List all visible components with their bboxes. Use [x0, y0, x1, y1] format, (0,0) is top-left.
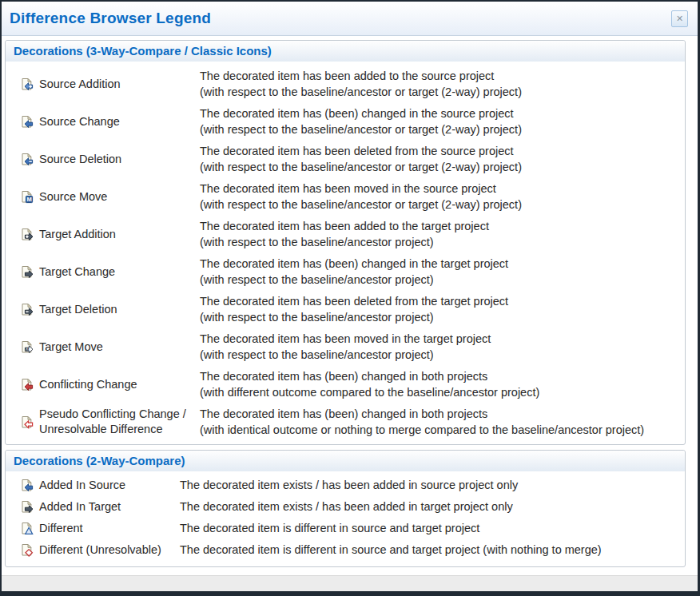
row-label-line-1: Pseudo Conflicting Change / — [39, 407, 186, 422]
dialog-content: Decorations (3-Way-Compare / Classic Ico… — [2, 36, 698, 575]
close-icon: ✕ — [676, 14, 683, 23]
row-label: Added In Source — [39, 479, 125, 491]
section-2way-compare: Decorations (2-Way-Compare) Added In Sou… — [5, 450, 686, 567]
section-3way-compare: Decorations (3-Way-Compare / Classic Ico… — [5, 40, 686, 445]
description-line-2: (with respect to the baseline/ancestor o… — [200, 84, 680, 100]
row-description: The decorated item has been added to the… — [200, 218, 680, 250]
row-description: The decorated item has been added to the… — [200, 68, 680, 100]
description-line-2: (with identical outcome or nothing to me… — [200, 422, 680, 438]
description-line-1: The decorated item has (been) changed in… — [200, 368, 680, 384]
dialog-titlebar: Difference Browser Legend ✕ — [2, 2, 698, 36]
row-label: Source Change — [39, 115, 120, 128]
target-deletion-icon — [20, 303, 34, 316]
row-label: Target Addition — [39, 228, 116, 240]
row-description: The decorated item has been deleted from… — [200, 143, 680, 175]
source-move-icon: M — [20, 190, 34, 204]
row-label-cell: M Source Move — [20, 190, 200, 204]
row-label: Source Move — [39, 190, 107, 203]
description-line-2: (with respect to the baseline/ancestor p… — [200, 309, 680, 325]
row-description: The decorated item exists / has been add… — [180, 477, 680, 493]
row-label: Pseudo Conflicting Change / Unresolvable… — [39, 407, 186, 437]
section-2way-body: Added In Source The decorated item exist… — [6, 471, 685, 566]
target-addition-icon — [20, 228, 34, 241]
description-line-1: The decorated item has been deleted from… — [200, 293, 680, 309]
source-deletion-icon — [20, 153, 34, 166]
description-line-1: The decorated item has been moved in the… — [200, 181, 680, 197]
legend-row-target-move: M Target Move The decorated item has bee… — [20, 331, 680, 363]
description-line-1: The decorated item has been moved in the… — [200, 331, 680, 347]
row-label-cell: Target Deletion — [20, 303, 200, 316]
row-label-cell: Source Addition — [20, 77, 200, 91]
legend-row-added-in-target: Added In Target The decorated item exist… — [20, 499, 680, 515]
added-in-source-icon — [20, 479, 34, 492]
row-label-cell: Added In Source — [20, 479, 180, 492]
svg-text:M: M — [25, 346, 29, 352]
row-description: The decorated item exists / has been add… — [180, 499, 680, 515]
description-line-2: (with respect to the baseline/ancestor p… — [200, 272, 680, 288]
legend-row-target-addition: Target Addition The decorated item has b… — [20, 218, 680, 250]
description-line-1: The decorated item has (been) changed in… — [200, 406, 680, 422]
help-link-area: See also the legend documentation in the… — [5, 567, 686, 575]
difference-browser-legend-dialog: Difference Browser Legend ✕ Decorations … — [0, 0, 700, 596]
row-label-cell: Different — [20, 522, 180, 535]
description-line-1: The decorated item has been deleted from… — [200, 143, 680, 159]
row-description: The decorated item has been moved in the… — [200, 331, 680, 363]
row-description: The decorated item is different in sourc… — [180, 542, 680, 558]
row-label-cell: M Target Move — [20, 340, 200, 354]
row-label: Conflicting Change — [39, 378, 137, 391]
section-3way-header: Decorations (3-Way-Compare / Classic Ico… — [6, 41, 685, 62]
section-3way-body: Source Addition The decorated item has b… — [6, 62, 685, 444]
description-line-1: The decorated item has (been) changed in… — [200, 105, 680, 121]
legend-row-source-deletion: Source Deletion The decorated item has b… — [20, 143, 680, 175]
footer-band — [2, 575, 698, 591]
legend-row-target-deletion: Target Deletion The decorated item has b… — [20, 293, 680, 325]
legend-row-source-addition: Source Addition The decorated item has b… — [20, 68, 680, 100]
row-label: Target Move — [39, 340, 103, 353]
row-label: Added In Target — [39, 500, 121, 513]
source-change-icon — [20, 115, 34, 129]
description-line-2: (with different outcome compared to the … — [200, 384, 680, 400]
legend-row-source-change: Source Change The decorated item has (be… — [20, 105, 680, 137]
row-label-cell: Different (Unresolvable) — [20, 543, 180, 557]
description-line-2: (with respect to the baseline/ancestor o… — [200, 121, 680, 137]
legend-row-pseudo-conflicting-change: Pseudo Conflicting Change / Unresolvable… — [20, 406, 680, 438]
target-move-icon: M — [20, 340, 34, 354]
added-in-target-icon — [20, 500, 34, 514]
description-line-1: The decorated item has been added to the… — [200, 218, 680, 234]
section-2way-header: Decorations (2-Way-Compare) — [6, 451, 685, 471]
section-title: Decorations (3-Way-Compare / Classic Ico… — [14, 44, 272, 58]
row-label: Source Addition — [39, 77, 121, 90]
row-label: Target Deletion — [39, 303, 117, 316]
different-icon — [20, 522, 34, 535]
description-line-2: (with respect to the baseline/ancestor p… — [200, 347, 680, 363]
row-description: The decorated item has been deleted from… — [200, 293, 680, 325]
row-label-cell: Pseudo Conflicting Change / Unresolvable… — [20, 407, 200, 437]
pseudo-conflicting-change-icon — [20, 415, 34, 429]
different-unresolvable-icon — [20, 543, 34, 557]
description-line-1: The decorated item has been added to the… — [200, 68, 680, 84]
legend-row-conflicting-change: Conflicting Change The decorated item ha… — [20, 368, 680, 400]
legend-row-different-unresolvable: Different (Unresolvable) The decorated i… — [20, 542, 680, 558]
close-button[interactable]: ✕ — [671, 10, 688, 27]
row-label-cell: Target Change — [20, 265, 200, 279]
conflicting-change-icon — [20, 378, 34, 391]
source-addition-icon — [20, 77, 34, 91]
row-description: The decorated item has been moved in the… — [200, 181, 680, 213]
description-line-1: The decorated item has (been) changed in… — [200, 256, 680, 272]
description-line-2: (with respect to the baseline/ancestor o… — [200, 197, 680, 213]
row-label: Different (Unresolvable) — [39, 543, 161, 556]
row-description: The decorated item has (been) changed in… — [200, 368, 680, 400]
row-label-cell: Added In Target — [20, 500, 180, 514]
row-label: Target Change — [39, 265, 115, 278]
row-label-line-2: Unresolvable Difference — [39, 422, 186, 437]
legend-row-source-move: M Source Move The decorated item has bee… — [20, 181, 680, 213]
legend-row-target-change: Target Change The decorated item has (be… — [20, 256, 680, 288]
row-description: The decorated item is different in sourc… — [180, 520, 680, 536]
legend-row-added-in-source: Added In Source The decorated item exist… — [20, 477, 680, 493]
svg-text:M: M — [26, 196, 31, 203]
row-label: Different — [39, 522, 83, 534]
dialog-title: Difference Browser Legend — [10, 10, 671, 27]
legend-row-different: Different The decorated item is differen… — [20, 520, 680, 536]
row-label-cell: Conflicting Change — [20, 378, 200, 391]
window-bottom-border — [2, 591, 698, 596]
